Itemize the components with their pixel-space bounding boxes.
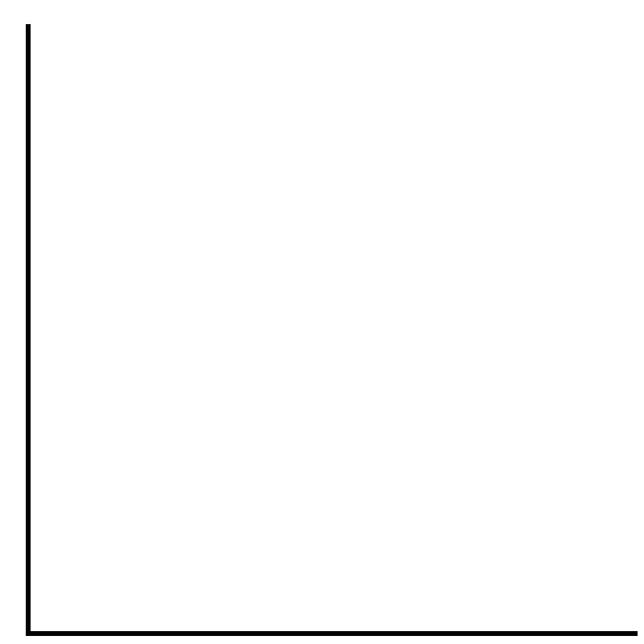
curve-layer <box>31 24 638 631</box>
plot-area <box>26 24 638 636</box>
chart-frame <box>0 0 644 644</box>
